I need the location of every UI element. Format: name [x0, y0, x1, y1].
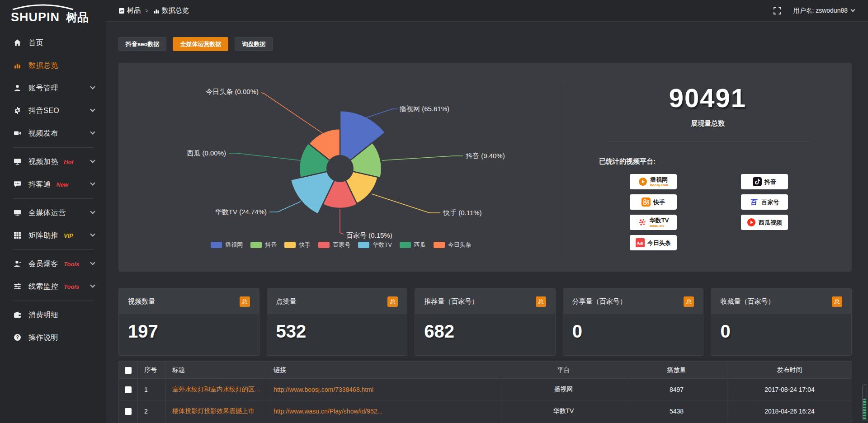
member-icon: [14, 260, 22, 268]
platform-badge: 百百家号: [741, 194, 788, 210]
legend-label: 快手: [299, 241, 311, 249]
user-menu[interactable]: 用户名: zswodun88: [793, 7, 854, 15]
legend-item[interactable]: 抖音: [250, 241, 277, 249]
sidebar-item[interactable]: 视频加热Hot: [0, 150, 106, 173]
cell-title-link[interactable]: 楼体投影灯投影效果震撼上市: [166, 400, 267, 422]
pie-label: 西瓜 (0.00%): [187, 149, 226, 157]
cell-url-link[interactable]: http://www.wasu.cn/Play/show/id/952...: [267, 400, 501, 422]
legend-label: 百家号: [333, 241, 350, 249]
table-header-cell: 序号: [138, 362, 166, 379]
sidebar-item[interactable]: 数据总览: [0, 54, 106, 77]
platform-badge: 播视网boosj.com: [630, 174, 677, 189]
sidebar-item[interactable]: 账号管理: [0, 77, 106, 99]
xigua-logo: [747, 218, 756, 227]
breadcrumb-item-current[interactable]: 数据总览: [153, 6, 189, 15]
home-icon: [14, 39, 22, 47]
table-row: 2楼体投影灯投影效果震撼上市http://www.wasu.cn/Play/sh…: [119, 400, 852, 422]
tab[interactable]: 全媒体运营数据: [173, 37, 228, 51]
sidebar-item-label: 数据总览: [28, 61, 58, 70]
logo-text-cn: 树品: [66, 11, 89, 24]
help-icon: ?: [14, 334, 22, 342]
chevron-down-icon: [90, 107, 95, 112]
sidebar-item[interactable]: 抖音SEO: [0, 99, 106, 122]
select-all-checkbox[interactable]: [125, 367, 132, 374]
pie-label: 抖音 (9.40%): [466, 152, 505, 160]
row-checkbox[interactable]: [125, 408, 132, 415]
label-leader-line: [340, 209, 344, 234]
platform-badge: 华数TVwasu.cn: [630, 215, 677, 230]
stat-card-title: 分享量（百家号）: [572, 297, 627, 306]
tab[interactable]: 抖音seo数据: [118, 37, 166, 51]
sidebar-item[interactable]: 矩阵助推VIP: [0, 224, 106, 247]
total-badge: 总: [684, 296, 694, 307]
pie-label: 快手 (0.11%): [443, 209, 482, 216]
platform-columns: 播视网boosj.com快手华数TVwasu.cn头条今日头条抖音百百家号西瓜视…: [630, 174, 852, 250]
table-header-cell: 链接: [267, 362, 501, 379]
sidebar-item[interactable]: ?操作说明: [0, 326, 106, 349]
sidebar-item-label: 视频发布: [28, 129, 58, 138]
legend-label: 播视网: [225, 241, 243, 249]
cell-url-link[interactable]: http://www.boosj.com/7338468.html: [267, 379, 501, 400]
legend-item[interactable]: 今日头条: [434, 241, 472, 249]
legend-item[interactable]: 百家号: [318, 241, 350, 249]
sidebar-item-label: 消费明细: [28, 310, 58, 320]
breadcrumb-item-home[interactable]: 树品: [118, 6, 141, 15]
cell-title-link[interactable]: 室外水纹灯和室内水纹灯的区别和简介: [166, 379, 267, 400]
breadcrumb-label: 数据总览: [162, 6, 189, 15]
legend-item[interactable]: 华数TV: [358, 241, 392, 249]
cell-platform: 华数TV: [501, 400, 626, 422]
monitor-icon: [14, 158, 22, 166]
sidebar-item[interactable]: 线索监控Tools: [0, 275, 106, 298]
svg-text:百: 百: [750, 198, 758, 206]
row-checkbox[interactable]: [125, 386, 132, 393]
sidebar-item-label: 账号管理: [28, 84, 58, 93]
toutiao-logo: 头条: [636, 238, 645, 247]
baijiahao-logo: 百: [750, 197, 759, 207]
chevron-down-icon: [90, 180, 95, 185]
menu-divider: [13, 198, 94, 199]
stat-cards: 视频数量总197点赞量总532推荐量（百家号）总682分享量（百家号）总0收藏量…: [118, 288, 852, 356]
scrollbar-thumb[interactable]: [863, 399, 866, 420]
platform-name: 华数TV: [650, 217, 669, 223]
brand-logo[interactable]: SHUPIN 树品: [0, 0, 106, 29]
sidebar: SHUPIN 树品 首页数据总览账号管理抖音SEO视频发布视频加热Hot抖客通N…: [0, 0, 106, 423]
label-leader-line: [365, 109, 398, 118]
platform-sub: boosj.com: [650, 183, 668, 187]
legend-item[interactable]: 播视网: [211, 241, 243, 249]
sidebar-item[interactable]: 全媒体运营: [0, 202, 106, 224]
fullscreen-icon[interactable]: [774, 7, 781, 14]
cell-index: 2: [138, 400, 166, 422]
table-head: 序号标题链接平台播放量发布时间: [119, 362, 852, 379]
chevron-down-icon: [90, 231, 95, 236]
sidebar-item[interactable]: 视频发布: [0, 122, 106, 145]
chat-icon: [14, 180, 22, 188]
sidebar-item[interactable]: 消费明细: [0, 304, 106, 326]
legend-swatch: [434, 242, 445, 248]
cell-plays: 5438: [626, 400, 727, 422]
legend-label: 西瓜: [414, 241, 426, 249]
sidebar-item-label: 线索监控: [28, 282, 58, 291]
sidebar-item[interactable]: 抖客通New: [0, 173, 106, 196]
kuaishou-logo: [642, 197, 651, 207]
video-table: 序号标题链接平台播放量发布时间 1室外水纹灯和室内水纹灯的区别和简介http:/…: [118, 361, 852, 423]
cell-plays: 8497: [626, 379, 727, 400]
chevron-down-icon: [851, 8, 855, 12]
gear-icon: [14, 107, 22, 115]
total-badge: 总: [832, 296, 842, 307]
tab[interactable]: 询盘数据: [235, 37, 273, 51]
platform-name: 播视网: [650, 177, 668, 183]
chevron-down-icon: [90, 282, 95, 287]
boosj-logo: [638, 177, 647, 186]
label-leader-line: [382, 156, 463, 160]
stat-card-value: 682: [424, 321, 454, 341]
main-content: 抖音seo数据全媒体运营数据询盘数据 播视网 (65.61%)抖音 (9.40%…: [106, 22, 868, 423]
chevron-down-icon: [90, 84, 95, 89]
sidebar-item[interactable]: 首页: [0, 32, 106, 54]
legend-item[interactable]: 快手: [284, 241, 311, 249]
wallet-icon: [14, 311, 22, 319]
platforms-title: 已统计的视频平台:: [599, 157, 852, 166]
legend-item[interactable]: 西瓜: [400, 241, 426, 249]
sidebar-item[interactable]: 会员爆客Tools: [0, 253, 106, 275]
breadcrumb: 树品 > 数据总览: [118, 6, 189, 15]
legend-swatch: [211, 242, 222, 248]
